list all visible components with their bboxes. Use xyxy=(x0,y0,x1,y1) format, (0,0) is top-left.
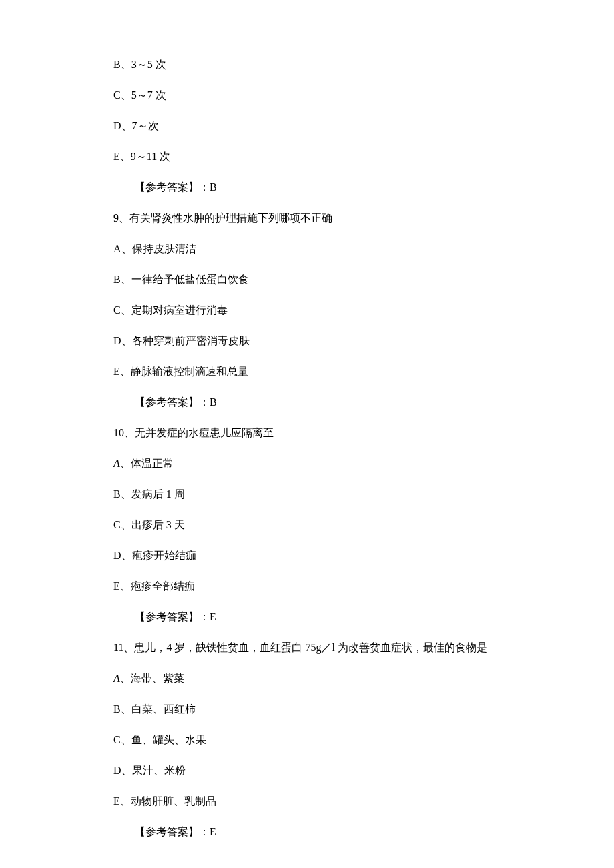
q11-option-a: A、海带、紫菜 xyxy=(113,671,501,687)
q10-option-a-text: 、体温正常 xyxy=(120,458,174,469)
q10-option-c: C、出疹后 3 天 xyxy=(113,517,501,533)
q8-option-e: E、9～11 次 xyxy=(113,149,501,165)
q8-option-d: D、7～次 xyxy=(113,118,501,134)
q8-answer: 【参考答案】：B xyxy=(113,179,501,195)
q9-option-b: B、一律给予低盐低蛋白饮食 xyxy=(113,272,501,288)
q10-option-a: A、体温正常 xyxy=(113,456,501,472)
q11-option-d: D、果汁、米粉 xyxy=(113,763,501,779)
q11-stem: 11、患儿，4 岁，缺铁性贫血，血红蛋白 75g／l 为改善贫血症状，最佳的食物… xyxy=(113,640,501,656)
q10-option-d: D、疱疹开始结痂 xyxy=(113,548,501,564)
q11-answer: 【参考答案】：E xyxy=(113,824,501,840)
q11-option-a-letter: A xyxy=(113,673,120,684)
q9-option-e: E、静脉输液控制滴速和总量 xyxy=(113,364,501,380)
q9-answer: 【参考答案】：B xyxy=(113,394,501,410)
q9-option-a: A、保持皮肤清洁 xyxy=(113,241,501,257)
q11-option-e: E、动物肝脏、乳制品 xyxy=(113,793,501,809)
q10-option-b: B、发病后 1 周 xyxy=(113,486,501,502)
q11-option-c: C、鱼、罐头、水果 xyxy=(113,732,501,748)
q8-option-c: C、5～7 次 xyxy=(113,87,501,103)
document-page: B、3～5 次 C、5～7 次 D、7～次 E、9～11 次 【参考答案】：B … xyxy=(0,0,614,868)
q8-option-b: B、3～5 次 xyxy=(113,57,501,73)
q11-option-a-text: 、海带、紫菜 xyxy=(120,673,184,684)
q9-option-d: D、各种穿刺前严密消毒皮肤 xyxy=(113,333,501,349)
q10-option-a-letter: A xyxy=(113,458,120,469)
q10-option-e: E、疱疹全部结痂 xyxy=(113,578,501,594)
q10-stem: 10、无并发症的水痘患儿应隔离至 xyxy=(113,425,501,441)
q9-option-c: C、定期对病室进行消毒 xyxy=(113,302,501,318)
q10-answer: 【参考答案】：E xyxy=(113,609,501,625)
q11-option-b: B、白菜、西红柿 xyxy=(113,701,501,717)
q9-stem: 9、有关肾炎性水肿的护理措施下列哪项不正确 xyxy=(113,210,501,226)
